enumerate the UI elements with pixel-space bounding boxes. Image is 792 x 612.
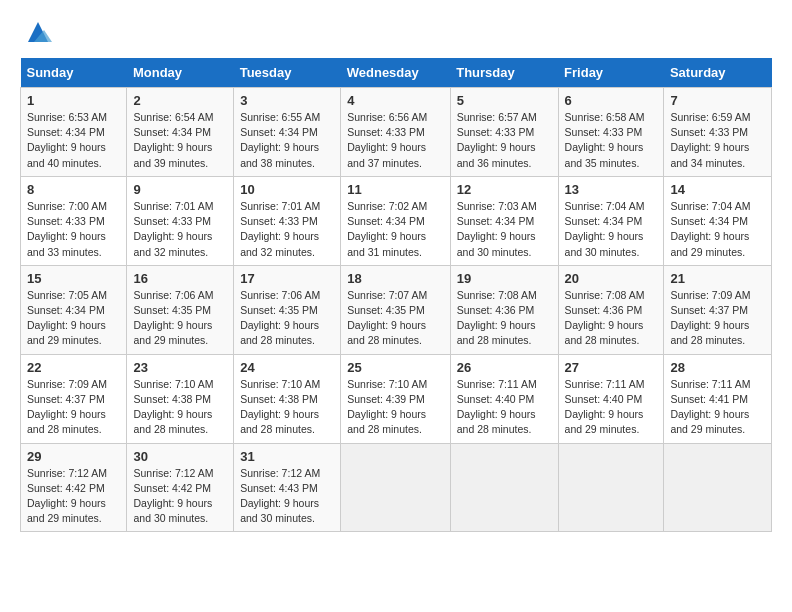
week-row-2: 8Sunrise: 7:00 AMSunset: 4:33 PMDaylight… (21, 176, 772, 265)
day-number: 21 (670, 271, 765, 286)
week-row-4: 22Sunrise: 7:09 AMSunset: 4:37 PMDayligh… (21, 354, 772, 443)
day-number: 26 (457, 360, 552, 375)
day-info: Sunrise: 7:11 AMSunset: 4:40 PMDaylight:… (565, 378, 645, 436)
calendar-cell: 1Sunrise: 6:53 AMSunset: 4:34 PMDaylight… (21, 88, 127, 177)
calendar-cell: 28Sunrise: 7:11 AMSunset: 4:41 PMDayligh… (664, 354, 772, 443)
day-info: Sunrise: 6:55 AMSunset: 4:34 PMDaylight:… (240, 111, 320, 169)
calendar-cell: 2Sunrise: 6:54 AMSunset: 4:34 PMDaylight… (127, 88, 234, 177)
day-info: Sunrise: 6:58 AMSunset: 4:33 PMDaylight:… (565, 111, 645, 169)
day-number: 12 (457, 182, 552, 197)
day-number: 3 (240, 93, 334, 108)
day-number: 24 (240, 360, 334, 375)
day-number: 30 (133, 449, 227, 464)
day-number: 20 (565, 271, 658, 286)
day-info: Sunrise: 6:57 AMSunset: 4:33 PMDaylight:… (457, 111, 537, 169)
logo-icon (24, 18, 52, 46)
day-number: 31 (240, 449, 334, 464)
day-info: Sunrise: 6:56 AMSunset: 4:33 PMDaylight:… (347, 111, 427, 169)
day-info: Sunrise: 7:06 AMSunset: 4:35 PMDaylight:… (240, 289, 320, 347)
col-header-saturday: Saturday (664, 58, 772, 88)
day-number: 9 (133, 182, 227, 197)
calendar-cell: 19Sunrise: 7:08 AMSunset: 4:36 PMDayligh… (450, 265, 558, 354)
day-info: Sunrise: 7:09 AMSunset: 4:37 PMDaylight:… (670, 289, 750, 347)
day-number: 8 (27, 182, 120, 197)
col-header-thursday: Thursday (450, 58, 558, 88)
calendar-cell: 17Sunrise: 7:06 AMSunset: 4:35 PMDayligh… (234, 265, 341, 354)
day-info: Sunrise: 7:04 AMSunset: 4:34 PMDaylight:… (670, 200, 750, 258)
calendar-cell: 20Sunrise: 7:08 AMSunset: 4:36 PMDayligh… (558, 265, 664, 354)
calendar-cell: 13Sunrise: 7:04 AMSunset: 4:34 PMDayligh… (558, 176, 664, 265)
calendar-cell: 26Sunrise: 7:11 AMSunset: 4:40 PMDayligh… (450, 354, 558, 443)
day-info: Sunrise: 7:04 AMSunset: 4:34 PMDaylight:… (565, 200, 645, 258)
calendar-cell: 16Sunrise: 7:06 AMSunset: 4:35 PMDayligh… (127, 265, 234, 354)
day-number: 5 (457, 93, 552, 108)
day-number: 1 (27, 93, 120, 108)
calendar-cell: 9Sunrise: 7:01 AMSunset: 4:33 PMDaylight… (127, 176, 234, 265)
week-row-3: 15Sunrise: 7:05 AMSunset: 4:34 PMDayligh… (21, 265, 772, 354)
day-number: 10 (240, 182, 334, 197)
day-info: Sunrise: 7:11 AMSunset: 4:41 PMDaylight:… (670, 378, 750, 436)
day-info: Sunrise: 7:00 AMSunset: 4:33 PMDaylight:… (27, 200, 107, 258)
calendar-cell: 25Sunrise: 7:10 AMSunset: 4:39 PMDayligh… (341, 354, 450, 443)
day-number: 19 (457, 271, 552, 286)
calendar-cell: 7Sunrise: 6:59 AMSunset: 4:33 PMDaylight… (664, 88, 772, 177)
calendar-cell: 18Sunrise: 7:07 AMSunset: 4:35 PMDayligh… (341, 265, 450, 354)
day-info: Sunrise: 7:12 AMSunset: 4:43 PMDaylight:… (240, 467, 320, 525)
calendar-table: SundayMondayTuesdayWednesdayThursdayFrid… (20, 58, 772, 532)
day-info: Sunrise: 7:07 AMSunset: 4:35 PMDaylight:… (347, 289, 427, 347)
day-info: Sunrise: 6:59 AMSunset: 4:33 PMDaylight:… (670, 111, 750, 169)
calendar-header-row: SundayMondayTuesdayWednesdayThursdayFrid… (21, 58, 772, 88)
week-row-5: 29Sunrise: 7:12 AMSunset: 4:42 PMDayligh… (21, 443, 772, 532)
day-number: 6 (565, 93, 658, 108)
calendar-cell: 27Sunrise: 7:11 AMSunset: 4:40 PMDayligh… (558, 354, 664, 443)
day-info: Sunrise: 7:08 AMSunset: 4:36 PMDaylight:… (457, 289, 537, 347)
day-number: 16 (133, 271, 227, 286)
calendar-cell: 30Sunrise: 7:12 AMSunset: 4:42 PMDayligh… (127, 443, 234, 532)
calendar-cell: 3Sunrise: 6:55 AMSunset: 4:34 PMDaylight… (234, 88, 341, 177)
calendar-cell: 14Sunrise: 7:04 AMSunset: 4:34 PMDayligh… (664, 176, 772, 265)
day-info: Sunrise: 6:53 AMSunset: 4:34 PMDaylight:… (27, 111, 107, 169)
day-number: 17 (240, 271, 334, 286)
col-header-sunday: Sunday (21, 58, 127, 88)
calendar-cell (450, 443, 558, 532)
calendar-cell: 21Sunrise: 7:09 AMSunset: 4:37 PMDayligh… (664, 265, 772, 354)
calendar-cell: 15Sunrise: 7:05 AMSunset: 4:34 PMDayligh… (21, 265, 127, 354)
day-number: 15 (27, 271, 120, 286)
header (20, 18, 772, 46)
logo (20, 18, 52, 46)
day-info: Sunrise: 7:11 AMSunset: 4:40 PMDaylight:… (457, 378, 537, 436)
day-number: 13 (565, 182, 658, 197)
day-number: 29 (27, 449, 120, 464)
day-number: 25 (347, 360, 443, 375)
day-number: 7 (670, 93, 765, 108)
day-info: Sunrise: 7:02 AMSunset: 4:34 PMDaylight:… (347, 200, 427, 258)
day-number: 4 (347, 93, 443, 108)
day-info: Sunrise: 7:05 AMSunset: 4:34 PMDaylight:… (27, 289, 107, 347)
day-info: Sunrise: 6:54 AMSunset: 4:34 PMDaylight:… (133, 111, 213, 169)
day-number: 27 (565, 360, 658, 375)
calendar-cell (664, 443, 772, 532)
day-info: Sunrise: 7:10 AMSunset: 4:38 PMDaylight:… (133, 378, 213, 436)
calendar-cell: 22Sunrise: 7:09 AMSunset: 4:37 PMDayligh… (21, 354, 127, 443)
calendar-cell: 8Sunrise: 7:00 AMSunset: 4:33 PMDaylight… (21, 176, 127, 265)
calendar-cell: 24Sunrise: 7:10 AMSunset: 4:38 PMDayligh… (234, 354, 341, 443)
day-info: Sunrise: 7:10 AMSunset: 4:39 PMDaylight:… (347, 378, 427, 436)
week-row-1: 1Sunrise: 6:53 AMSunset: 4:34 PMDaylight… (21, 88, 772, 177)
day-number: 22 (27, 360, 120, 375)
col-header-friday: Friday (558, 58, 664, 88)
calendar-cell: 31Sunrise: 7:12 AMSunset: 4:43 PMDayligh… (234, 443, 341, 532)
col-header-wednesday: Wednesday (341, 58, 450, 88)
col-header-tuesday: Tuesday (234, 58, 341, 88)
calendar-cell: 4Sunrise: 6:56 AMSunset: 4:33 PMDaylight… (341, 88, 450, 177)
day-info: Sunrise: 7:10 AMSunset: 4:38 PMDaylight:… (240, 378, 320, 436)
day-info: Sunrise: 7:12 AMSunset: 4:42 PMDaylight:… (133, 467, 213, 525)
day-number: 28 (670, 360, 765, 375)
calendar-cell: 29Sunrise: 7:12 AMSunset: 4:42 PMDayligh… (21, 443, 127, 532)
calendar-cell: 11Sunrise: 7:02 AMSunset: 4:34 PMDayligh… (341, 176, 450, 265)
day-info: Sunrise: 7:09 AMSunset: 4:37 PMDaylight:… (27, 378, 107, 436)
day-number: 2 (133, 93, 227, 108)
day-number: 23 (133, 360, 227, 375)
calendar-cell (341, 443, 450, 532)
calendar-cell: 6Sunrise: 6:58 AMSunset: 4:33 PMDaylight… (558, 88, 664, 177)
day-info: Sunrise: 7:08 AMSunset: 4:36 PMDaylight:… (565, 289, 645, 347)
